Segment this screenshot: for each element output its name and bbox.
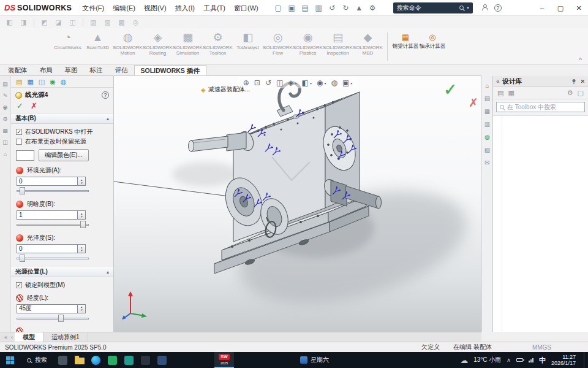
dimxpertmanager-tab-icon[interactable]: ◉ <box>50 78 56 86</box>
left-strip-icon[interactable]: ▦ <box>2 128 8 134</box>
rebuild-icon[interactable]: ▲ <box>353 4 365 12</box>
spin-down-icon[interactable]: ▾ <box>81 182 83 185</box>
qat-icon[interactable]: ▧ <box>88 18 99 26</box>
options-icon[interactable]: ⚙ <box>367 4 379 12</box>
confirm-ok-icon[interactable]: ✓ <box>443 80 458 99</box>
section-light-position[interactable]: 光源位置(L) ▴ <box>11 267 113 277</box>
zoom-area-icon[interactable]: ⊡ <box>254 79 260 87</box>
qat-icon[interactable]: ◫ <box>67 18 78 26</box>
show-desktop-button[interactable] <box>584 352 586 368</box>
open-document-icon[interactable]: ▣ <box>286 4 298 12</box>
displaymanager-tab-icon[interactable]: ◍ <box>61 78 67 86</box>
network-icon[interactable] <box>529 358 533 362</box>
color-swatch[interactable] <box>16 150 34 161</box>
create-folder-icon[interactable]: ▦ <box>508 89 514 97</box>
edit-appearance-icon[interactable]: ◍ <box>331 79 337 87</box>
appearances-icon[interactable]: ◍ <box>484 134 490 140</box>
addin-routing[interactable]: ◈SOLIDWORKS Routing <box>143 28 173 64</box>
toolbox-search-box[interactable] <box>496 102 585 112</box>
apply-scene-icon[interactable]: ▣▾ <box>342 79 352 87</box>
cancel-button[interactable]: ✗ <box>31 101 37 110</box>
taskbar-solidworks[interactable]: SW 2025 <box>214 352 234 368</box>
left-strip-icon[interactable]: ⌂ <box>4 151 7 157</box>
checkbox-checked[interactable]: ✓ <box>16 282 22 288</box>
longitude-input[interactable] <box>17 304 78 313</box>
qat-icon[interactable]: ◩ <box>39 18 50 26</box>
tab-layout[interactable]: 布局 <box>34 65 59 75</box>
design-library-icon[interactable]: ▤ <box>484 95 490 102</box>
addin-motion[interactable]: ◍SOLIDWORKS Motion <box>113 28 143 64</box>
longitude-spinner[interactable]: ▴▾ <box>78 304 86 313</box>
addin-flow-simulation[interactable]: ◎SOLIDWORKS Flow Simulation <box>263 28 293 64</box>
left-strip-icon[interactable]: ◫ <box>2 139 8 145</box>
beam-calculator-button[interactable]: ▦钢梁计算器 <box>392 28 419 64</box>
tab-scroll-first-icon[interactable]: « <box>2 334 9 340</box>
design-library-content[interactable] <box>493 115 588 332</box>
specular-spinner[interactable]: ▴▾ <box>78 244 86 253</box>
taskbar-day-widget[interactable]: 星期六 <box>300 356 329 364</box>
custom-properties-icon[interactable]: ▧ <box>484 147 490 153</box>
gearbox-assembly-model[interactable] <box>114 76 481 332</box>
bearing-calculator-button[interactable]: ◎轴承计算器 <box>419 28 446 64</box>
taskbar-app-icon[interactable] <box>121 352 137 368</box>
tab-solidworks-addins[interactable]: SOLIDWORKS 插件 <box>134 65 206 75</box>
spin-down-icon[interactable]: ▾ <box>81 249 83 252</box>
weather-text[interactable]: 13°C 小雨 <box>473 356 501 364</box>
redo-icon[interactable]: ↻ <box>340 4 352 12</box>
new-document-icon[interactable]: ▢ <box>273 4 284 12</box>
spin-down-icon[interactable]: ▾ <box>81 309 83 312</box>
taskbar-app-icon[interactable] <box>137 352 154 368</box>
specular-input[interactable] <box>17 244 78 253</box>
brightness-spinner[interactable]: ▴▾ <box>78 210 86 220</box>
tab-model[interactable]: 模型 <box>15 332 43 342</box>
left-strip-icon[interactable]: ⚙ <box>2 116 7 122</box>
propertymanager-tab-icon[interactable]: ▦ <box>27 78 33 86</box>
qat-icon[interactable]: ◧ <box>4 18 15 26</box>
tab-motion-study[interactable]: 运动算例1 <box>43 332 88 342</box>
toolbox-search-input[interactable] <box>507 104 581 110</box>
addin-circuitworks[interactable]: ◔CircuitWorks <box>53 28 83 64</box>
minimize-button[interactable]: – <box>533 0 551 16</box>
options-gear-icon[interactable]: ⚙ <box>567 89 573 97</box>
resources-home-icon[interactable]: ⌂ <box>485 82 489 89</box>
taskbar-wechat[interactable] <box>104 352 121 368</box>
taskbar-app-icon[interactable] <box>55 352 71 368</box>
qat-icon[interactable]: ▩ <box>116 18 127 26</box>
print-icon[interactable]: ▥ <box>313 4 325 12</box>
save-icon[interactable]: ▤ <box>300 4 311 12</box>
account-icon[interactable] <box>481 4 488 11</box>
left-strip-icon[interactable]: ✎ <box>3 93 8 99</box>
addin-mbd[interactable]: ◆SOLIDWORKS MBD <box>353 28 383 64</box>
specular-slider[interactable] <box>17 255 89 263</box>
taskbar-file-explorer[interactable] <box>71 352 88 368</box>
help-icon[interactable]: ? <box>102 91 109 99</box>
forum-icon[interactable]: ✉ <box>484 159 489 166</box>
view-palette-icon[interactable]: ▥ <box>484 121 490 128</box>
collapse-ribbon-icon[interactable]: ^ <box>579 57 582 64</box>
left-strip-icon[interactable]: ◉ <box>3 104 8 110</box>
chevrons-left-icon[interactable]: « <box>496 78 500 85</box>
hide-show-items-icon[interactable]: ◉▾ <box>317 79 326 87</box>
tab-scroll-prev-icon[interactable]: ‹ <box>9 334 15 340</box>
undo-icon[interactable]: ↺ <box>326 4 338 12</box>
qat-icon[interactable]: ▨ <box>102 18 113 26</box>
close-icon[interactable]: ✕ <box>580 79 585 85</box>
qat-icon[interactable]: ◎ <box>130 18 141 26</box>
tab-sketch[interactable]: 草图 <box>59 65 84 75</box>
tab-markup[interactable]: 标注 <box>84 65 109 75</box>
menu-tools[interactable]: 工具(T) <box>199 0 230 16</box>
slider-thumb[interactable] <box>58 315 64 322</box>
tab-assembly[interactable]: 装配体 <box>2 65 34 75</box>
slider-thumb[interactable] <box>20 187 25 194</box>
longitude-slider[interactable] <box>17 315 89 323</box>
edit-color-button[interactable]: 编辑颜色(E)... <box>39 149 89 161</box>
configurationmanager-tab-icon[interactable]: ◫ <box>39 78 45 86</box>
tab-evaluate[interactable]: 评估 <box>109 65 134 75</box>
menu-window[interactable]: 窗口(W) <box>230 0 263 16</box>
addin-tolanalyst[interactable]: ◧TolAnalyst <box>233 28 263 64</box>
addin-toolbox[interactable]: ⚙SOLIDWORKS Toolbox <box>203 28 233 64</box>
ambient-spinner[interactable]: ▴▾ <box>78 177 86 186</box>
start-button[interactable] <box>0 352 20 368</box>
display-style-icon[interactable]: ◧▾ <box>302 79 312 87</box>
addin-inspection[interactable]: ▤SOLIDWORKS Inspection <box>323 28 353 64</box>
